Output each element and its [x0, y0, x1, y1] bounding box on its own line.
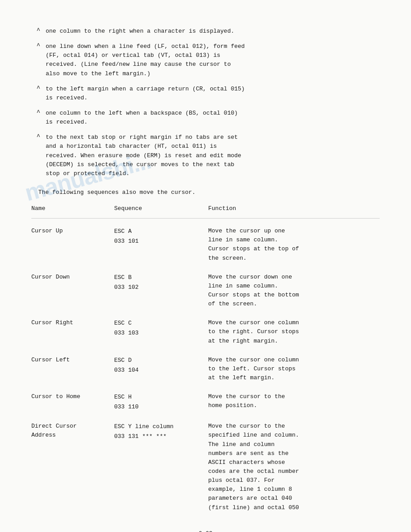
table-row-cursor-left: Cursor Left ESC D033 104 Move the cursor…	[31, 356, 380, 382]
intro-text: The following sequences also move the cu…	[31, 188, 380, 197]
cursor-right-sequence: ESC C033 103	[114, 318, 208, 338]
cursor-left-function: Move the cursor one columnto the left. C…	[208, 356, 380, 382]
cursor-down-function: Move the cursor down oneline in same col…	[208, 273, 380, 309]
col-header-function: Function	[208, 205, 380, 212]
bullet-text-1: one column to the right when a character…	[46, 27, 380, 36]
cursor-up-name: Cursor Up	[31, 227, 114, 236]
cursor-sequences-table: Name Sequence Function Cursor Up ESC A03…	[31, 205, 380, 512]
cursor-home-function: Move the cursor to thehome position.	[208, 392, 380, 410]
bullet-text-2: one line down when a line feed (LF, octa…	[46, 42, 380, 78]
bullet-item-5: ^ to the next tab stop or right margin i…	[31, 133, 380, 178]
cursor-left-name: Cursor Left	[31, 356, 114, 365]
bullet-item-4: ^ one column to the left when a backspac…	[31, 109, 380, 127]
bullet-symbol-2: ^	[31, 42, 40, 49]
col-header-sequence: Sequence	[114, 205, 208, 212]
table-header-row: Name Sequence Function	[31, 205, 380, 212]
bullet-item-1: ^ one column to the right when a charact…	[31, 27, 380, 36]
table-row-cursor-right: Cursor Right ESC C033 103 Move the curso…	[31, 318, 380, 345]
bullet-symbol-5: ^	[31, 133, 40, 140]
cursor-up-function: Move the cursor up oneline in same colum…	[208, 227, 380, 263]
cursor-home-name: Cursor to Home	[31, 392, 114, 401]
cursor-down-name: Cursor Down	[31, 273, 114, 282]
direct-cursor-function: Move the cursor to thespecified line and…	[208, 422, 380, 512]
table-row-cursor-down: Cursor Down ESC B033 102 Move the cursor…	[31, 273, 380, 309]
table-divider	[31, 218, 380, 219]
bullet-symbol-4: ^	[31, 109, 40, 116]
table-row-direct-cursor: Direct CursorAddress ESC Y line column03…	[31, 422, 380, 512]
bullet-item-2: ^ one line down when a line feed (LF, oc…	[31, 42, 380, 78]
bullet-text-5: to the next tab stop or right margin if …	[46, 133, 380, 178]
bullet-symbol-1: ^	[31, 27, 40, 34]
bullet-text-4: one column to the left when a backspace …	[46, 109, 380, 127]
bullet-text-3: to the left margin when a carriage retur…	[46, 85, 380, 103]
bullet-item-3: ^ to the left margin when a carriage ret…	[31, 85, 380, 103]
cursor-left-sequence: ESC D033 104	[114, 356, 208, 375]
cursor-right-name: Cursor Right	[31, 318, 114, 327]
cursor-right-function: Move the cursor one columnto the right. …	[208, 318, 380, 345]
cursor-home-sequence: ESC H033 110	[114, 392, 208, 412]
cursor-down-sequence: ESC B033 102	[114, 273, 208, 292]
bullet-symbol-3: ^	[31, 85, 40, 92]
col-header-name: Name	[31, 205, 114, 212]
page-number: 6-62	[31, 530, 380, 532]
cursor-up-sequence: ESC A033 101	[114, 227, 208, 246]
table-row-cursor-home: Cursor to Home ESC H033 110 Move the cur…	[31, 392, 380, 412]
direct-cursor-name: Direct CursorAddress	[31, 422, 114, 440]
direct-cursor-sequence: ESC Y line column033 131 *** ***	[114, 422, 208, 442]
page: manualshi... ^ one column to the right w…	[0, 0, 411, 532]
table-row-cursor-up: Cursor Up ESC A033 101 Move the cursor u…	[31, 227, 380, 263]
